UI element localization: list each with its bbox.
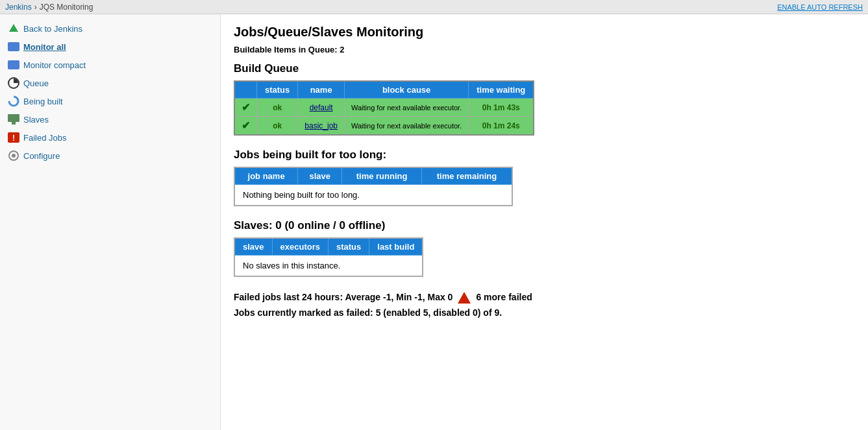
sidebar-label-back: Back to Jenkins (23, 24, 82, 34)
svg-text:!: ! (12, 134, 15, 143)
col-header-block-cause: block cause (345, 81, 469, 99)
row2-time: 0h 1m 24s (469, 117, 534, 136)
table-row: ✔ ok basic_job Waiting for next availabl… (234, 117, 534, 136)
sidebar-item-failed-jobs[interactable]: ! Failed Jobs (0, 128, 220, 147)
page-title: Jobs/Queue/Slaves Monitoring (234, 25, 855, 40)
slaves-header-row: slave executors status last build (234, 238, 423, 256)
sidebar-label-slaves: Slaves (23, 115, 49, 125)
monitor-all-icon (8, 41, 19, 53)
failed-jobs-text1: Failed jobs last 24 hours: Average -1, M… (234, 290, 453, 305)
row2-status: ok (257, 117, 298, 136)
jbb-col-job-name: job name (234, 167, 298, 185)
failed-jobs-line2: Jobs currently marked as failed: 5 (enab… (234, 305, 855, 321)
sidebar-item-monitor-compact[interactable]: Monitor compact (0, 56, 220, 74)
jbb-col-time-remaining: time remaining (421, 167, 512, 185)
topbar-right: ENABLE AUTO REFRESH (777, 2, 863, 12)
jqs-label: JQS Monitoring (40, 3, 93, 12)
sidebar-label-monitor-all: Monitor all (23, 42, 66, 52)
row1-name-link[interactable]: default (310, 103, 333, 112)
slaves-empty-row: No slaves in this instance. (234, 256, 423, 277)
row1-status: ok (257, 99, 298, 117)
sidebar-item-configure[interactable]: Configure (0, 147, 220, 165)
jenkins-link[interactable]: Jenkins (5, 3, 32, 12)
svg-point-10 (12, 154, 16, 158)
slaves-table: slave executors status last build No sla… (234, 237, 423, 277)
failed-jobs-summary: Failed jobs last 24 hours: Average -1, M… (234, 290, 855, 321)
slaves-col-executors: executors (272, 238, 328, 256)
row2-cause: Waiting for next available executor. (345, 117, 469, 136)
row1-cause: Waiting for next available executor. (345, 99, 469, 117)
jbb-header-row: job name slave time running time remaini… (234, 167, 512, 185)
build-queue-header-row: status name block cause time waiting (234, 81, 534, 99)
row2-name: basic_job (298, 117, 345, 136)
row2-check: ✔ (234, 117, 257, 136)
configure-icon (8, 150, 19, 161)
sidebar-item-back-to-jenkins[interactable]: Back to Jenkins (0, 19, 220, 38)
build-queue-title: Build Queue (234, 62, 855, 75)
queue-icon (8, 77, 19, 89)
sidebar: Back to Jenkins Monitor all Monitor comp… (0, 14, 221, 430)
slaves-icon (8, 113, 19, 125)
col-header-check (234, 81, 257, 99)
table-row: ✔ ok default Waiting for next available … (234, 99, 534, 117)
sidebar-label-being-built: Being built (23, 97, 63, 106)
build-queue-table: status name block cause time waiting ✔ o… (234, 80, 534, 136)
failed-jobs-icon: ! (8, 132, 19, 143)
layout: Back to Jenkins Monitor all Monitor comp… (0, 14, 868, 430)
up-arrow-icon (8, 23, 19, 34)
sidebar-item-slaves[interactable]: Slaves (0, 110, 220, 128)
row1-time: 0h 1m 43s (469, 99, 534, 117)
being-built-icon (8, 95, 19, 107)
breadcrumb-sep: › (34, 3, 37, 12)
slaves-col-status: status (328, 238, 369, 256)
row1-check: ✔ (234, 99, 257, 117)
col-header-status: status (257, 81, 298, 99)
sidebar-item-monitor-all[interactable]: Monitor all (0, 38, 220, 56)
jobs-being-built-title: Jobs being built for too long: (234, 149, 855, 161)
svg-rect-5 (8, 114, 19, 122)
buildable-items: Buildable Items in Queue: 2 (234, 45, 855, 54)
slaves-col-last-build: last build (369, 238, 423, 256)
sidebar-label-configure: Configure (23, 151, 60, 161)
jbb-empty-row: Nothing being built for too long. (234, 185, 512, 206)
slaves-title: Slaves: 0 (0 online / 0 offline) (234, 219, 855, 232)
failed-jobs-line1: Failed jobs last 24 hours: Average -1, M… (234, 290, 855, 305)
col-header-name: name (298, 81, 345, 99)
sidebar-label-failed-jobs: Failed Jobs (23, 133, 66, 143)
sidebar-label-queue: Queue (23, 78, 49, 88)
jbb-col-time-running: time running (342, 167, 422, 185)
jbb-col-slave: slave (298, 167, 342, 185)
svg-rect-1 (8, 42, 19, 51)
row1-name: default (298, 99, 345, 117)
jobs-being-built-table: job name slave time running time remaini… (234, 167, 513, 206)
jbb-empty-message: Nothing being built for too long. (234, 185, 512, 206)
col-header-time-waiting: time waiting (469, 81, 534, 99)
svg-marker-0 (9, 24, 18, 32)
svg-rect-2 (8, 60, 19, 69)
topbar-breadcrumb: Jenkins › JQS Monitoring (5, 3, 93, 12)
sidebar-item-queue[interactable]: Queue (0, 74, 220, 92)
sidebar-item-being-built[interactable]: Being built (0, 92, 220, 110)
topbar: Jenkins › JQS Monitoring ENABLE AUTO REF… (0, 0, 868, 14)
svg-rect-6 (12, 122, 16, 125)
svg-point-4 (9, 97, 18, 106)
row2-name-link[interactable]: basic_job (304, 121, 338, 130)
slaves-empty-message: No slaves in this instance. (234, 256, 423, 277)
main-content: Jobs/Queue/Slaves Monitoring Buildable I… (221, 14, 868, 430)
sidebar-label-monitor-compact: Monitor compact (23, 60, 86, 70)
slaves-col-slave: slave (234, 238, 272, 256)
enable-auto-refresh-link[interactable]: ENABLE AUTO REFRESH (777, 3, 863, 11)
monitor-compact-icon (8, 59, 19, 71)
up-arrow-red-icon (458, 292, 471, 304)
more-failed-label: 6 more failed (476, 290, 532, 305)
